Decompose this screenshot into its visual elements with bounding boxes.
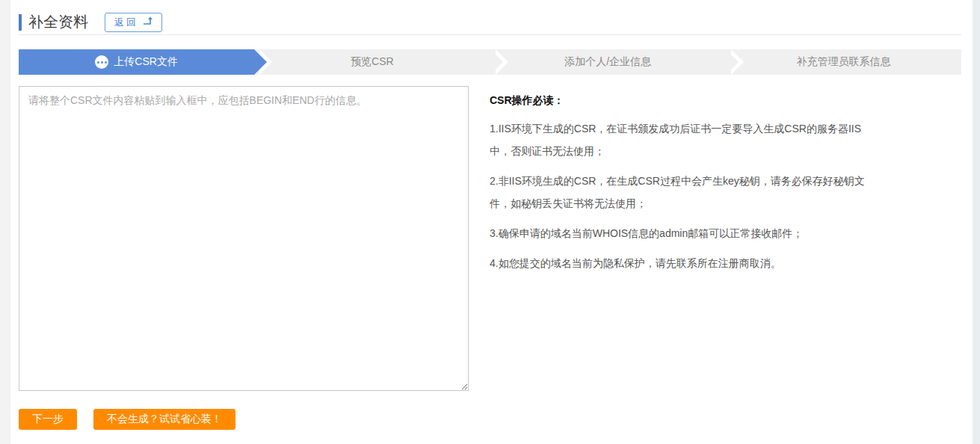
arrow-right-up-icon (143, 16, 154, 28)
footer-actions: 下一步 不会生成？试试省心装！ (19, 409, 961, 430)
page-title: 补全资料 (28, 12, 88, 32)
steps-bar: 上传CSR文件 预览CSR 添加个人/企业信息 补充管理员联系信息 (19, 49, 961, 75)
back-button-label: 返回 (114, 16, 138, 29)
page-content: 补全资料 返回 上传CSR文件 预览CSR 添加个人/企业信息 补充管理员联系信… (19, 0, 961, 444)
back-button[interactable]: 返回 (105, 13, 162, 32)
main-area: CSR操作必读： 1.IIS环境下生成的CSR，在证书颁发成功后证书一定要导入生… (19, 86, 961, 391)
step-label: 上传CSR文件 (114, 55, 178, 69)
step-label: 补充管理员联系信息 (796, 55, 890, 69)
easy-install-button[interactable]: 不会生成？试试省心装！ (93, 409, 235, 430)
ellipsis-circle-icon (95, 55, 108, 69)
step-add-info[interactable]: 添加个人/企业信息 (490, 49, 726, 75)
step-label: 添加个人/企业信息 (564, 55, 651, 69)
title-accent-bar (19, 14, 22, 31)
step-upload-csr[interactable]: 上传CSR文件 (19, 49, 254, 75)
instructions-heading: CSR操作必读： (490, 90, 871, 111)
step-label: 预览CSR (351, 55, 394, 69)
csr-instructions-panel: CSR操作必读： 1.IIS环境下生成的CSR，在证书颁发成功后证书一定要导入生… (490, 86, 871, 391)
step-admin-contact[interactable]: 补充管理员联系信息 (726, 49, 961, 75)
instruction-item: 3.确保申请的域名当前WHOIS信息的admin邮箱可以正常接收邮件； (490, 222, 871, 244)
instruction-item: 2.非IIS环境生成的CSR，在生成CSR过程中会产生key秘钥，请务必保存好秘… (490, 170, 871, 215)
instruction-item: 4.如您提交的域名当前为隐私保护，请先联系所在注册商取消。 (490, 252, 871, 274)
next-step-button[interactable]: 下一步 (19, 409, 77, 430)
page-header: 补全资料 返回 (19, 0, 961, 35)
page-left-margin (0, 0, 10, 444)
step-preview-csr[interactable]: 预览CSR (254, 49, 490, 75)
scrollbar[interactable] (973, 0, 980, 444)
instruction-item: 1.IIS环境下生成的CSR，在证书颁发成功后证书一定要导入生成CSR的服务器I… (490, 117, 871, 162)
csr-input[interactable] (19, 86, 469, 391)
